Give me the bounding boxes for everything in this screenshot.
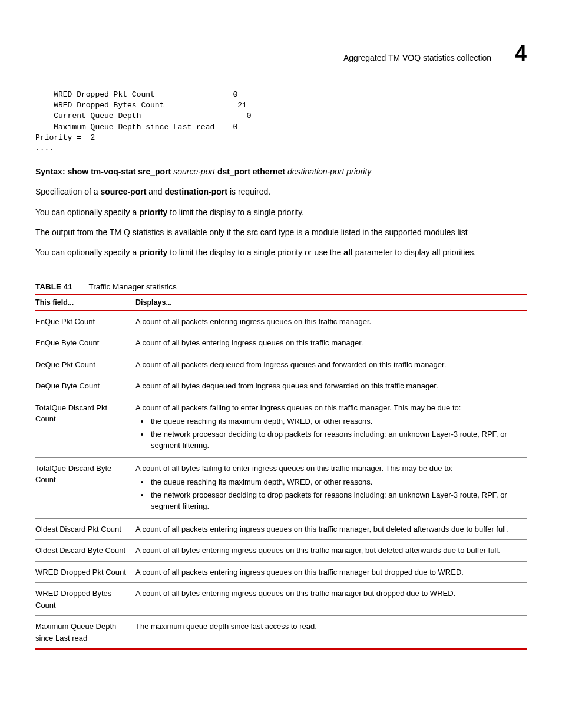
field-name-cell: EnQue Pkt Count	[35, 311, 135, 332]
syntax-command: show tm-voq-stat src_port	[67, 167, 173, 176]
text-bold: all	[343, 248, 353, 257]
code-block: WRED Dropped Pkt Count 0 WRED Dropped By…	[35, 90, 527, 154]
list-item: the network processor deciding to drop p…	[150, 489, 521, 512]
paragraph: Specification of a source-port and desti…	[35, 186, 527, 197]
description-text: A count of all bytes dequeued from ingre…	[135, 381, 438, 390]
text: and	[146, 187, 164, 196]
list-item: the queue reaching its maximum depth, WR…	[150, 476, 521, 488]
column-header-displays: Displays...	[135, 294, 527, 311]
syntax-arg: source-port	[173, 167, 217, 176]
table-row: EnQue Pkt CountA count of all packets en…	[35, 311, 527, 332]
page-container: Aggregated TM VOQ statistics collection …	[0, 0, 562, 685]
table-row: Oldest Discard Pkt CountA count of all p…	[35, 518, 527, 540]
text-bold: priority	[139, 248, 167, 257]
field-name-cell: WRED Dropped Pkt Count	[35, 561, 135, 583]
field-name-cell: TotalQue Discard Byte Count	[35, 457, 135, 518]
table-row: DeQue Byte CountA count of all bytes deq…	[35, 375, 527, 397]
field-name-cell: WRED Dropped Bytes Count	[35, 583, 135, 616]
header-section-title: Aggregated TM VOQ statistics collection	[343, 53, 491, 62]
description-text: A count of all packets entering ingress …	[135, 525, 508, 533]
table-label: TABLE 41	[35, 282, 72, 291]
field-name-cell: TotalQue Discard Pkt Count	[35, 397, 135, 457]
description-cell: A count of all packets entering ingress …	[135, 561, 527, 583]
description-cell: A count of all packets entering ingress …	[135, 311, 527, 332]
table-row: DeQue Pkt CountA count of all packets de…	[35, 354, 527, 375]
list-item: the queue reaching its maximum depth, WR…	[150, 416, 521, 427]
description-cell: A count of all packets failing to enter …	[135, 397, 527, 457]
page-header: Aggregated TM VOQ statistics collection …	[35, 41, 527, 66]
text: Specification of a	[35, 187, 101, 196]
column-header-field: This field...	[35, 294, 135, 311]
syntax-keyword: dst_port ethernet	[217, 167, 287, 176]
paragraph: You can optionally specify a priority to…	[35, 246, 527, 258]
table-row: Maximum Queue Depth since Last readThe m…	[35, 616, 527, 650]
text-bold: destination-port	[164, 187, 227, 196]
text: is required.	[227, 187, 270, 196]
text: to limit the display to a single priorit…	[167, 248, 343, 257]
table-body: EnQue Pkt CountA count of all packets en…	[35, 311, 527, 650]
table-section: TABLE 41 Traffic Manager statistics This…	[35, 282, 527, 650]
code-line: ....	[35, 144, 54, 153]
table-row: TotalQue Discard Pkt CountA count of all…	[35, 397, 527, 457]
description-text: A count of all bytes entering ingress qu…	[135, 589, 455, 598]
description-text: A count of all packets dequeued from ing…	[135, 360, 446, 369]
list-item: the network processor deciding to drop p…	[150, 429, 521, 452]
table-row: EnQue Byte CountA count of all bytes ent…	[35, 332, 527, 354]
table-row: WRED Dropped Bytes CountA count of all b…	[35, 583, 527, 616]
field-name-cell: EnQue Byte Count	[35, 332, 135, 354]
code-line: Current Queue Depth 0	[35, 111, 252, 120]
description-cell: A count of all bytes entering ingress qu…	[135, 583, 527, 616]
syntax-line: Syntax: show tm-voq-stat src_port source…	[35, 166, 527, 177]
table-title: Traffic Manager statistics	[89, 282, 177, 291]
text: You can optionally specify a	[35, 207, 139, 217]
text: to limit the display to a single priorit…	[167, 207, 304, 217]
table-row: Oldest Discard Byte CountA count of all …	[35, 540, 527, 562]
table-header-row: This field... Displays...	[35, 294, 527, 311]
description-text: A count of all packets entering ingress …	[135, 568, 464, 577]
text: parameter to display all priorities.	[353, 248, 476, 257]
code-line: WRED Dropped Bytes Count 21	[35, 101, 247, 110]
text-bold: source-port	[101, 187, 147, 196]
text: You can optionally specify a	[35, 248, 139, 257]
field-name-cell: DeQue Pkt Count	[35, 354, 135, 375]
paragraph: You can optionally specify a priority to…	[35, 206, 527, 218]
table-row: TotalQue Discard Byte CountA count of al…	[35, 457, 527, 518]
description-cell: A count of all bytes entering ingress qu…	[135, 332, 527, 354]
table-caption: TABLE 41 Traffic Manager statistics	[35, 282, 527, 291]
code-line: Priority = 2	[35, 133, 95, 142]
description-text: The maximum queue depth since last acces…	[135, 622, 317, 631]
paragraph: The output from the TM Q statistics is a…	[35, 226, 527, 238]
description-text: A count of all bytes failing to enter in…	[135, 464, 453, 473]
description-text: A count of all bytes entering ingress qu…	[135, 546, 500, 555]
description-cell: A count of all packets entering ingress …	[135, 518, 527, 540]
field-name-cell: Oldest Discard Byte Count	[35, 540, 135, 562]
field-name-cell: Maximum Queue Depth since Last read	[35, 616, 135, 650]
code-line: WRED Dropped Pkt Count 0	[35, 90, 237, 99]
code-line: Maximum Queue Depth since Last read 0	[35, 123, 237, 131]
syntax-arg: destination-port priority	[287, 167, 371, 176]
field-name-cell: DeQue Byte Count	[35, 375, 135, 397]
table-row: WRED Dropped Pkt CountA count of all pac…	[35, 561, 527, 583]
description-text: A count of all packets failing to enter …	[135, 403, 461, 412]
description-text: A count of all packets entering ingress …	[135, 317, 371, 326]
description-cell: A count of all bytes failing to enter in…	[135, 457, 527, 518]
description-cell: A count of all packets dequeued from ing…	[135, 354, 527, 375]
field-name-cell: Oldest Discard Pkt Count	[35, 518, 135, 540]
statistics-table: This field... Displays... EnQue Pkt Coun…	[35, 294, 527, 650]
description-cell: A count of all bytes dequeued from ingre…	[135, 375, 527, 397]
bullet-list: the queue reaching its maximum depth, WR…	[135, 476, 521, 512]
description-text: A count of all bytes entering ingress qu…	[135, 338, 363, 347]
bullet-list: the queue reaching its maximum depth, WR…	[135, 416, 521, 452]
syntax-label: Syntax:	[35, 167, 67, 176]
description-cell: The maximum queue depth since last acces…	[135, 616, 527, 650]
chapter-number: 4	[515, 41, 527, 66]
description-cell: A count of all bytes entering ingress qu…	[135, 540, 527, 562]
text-bold: priority	[139, 207, 167, 217]
